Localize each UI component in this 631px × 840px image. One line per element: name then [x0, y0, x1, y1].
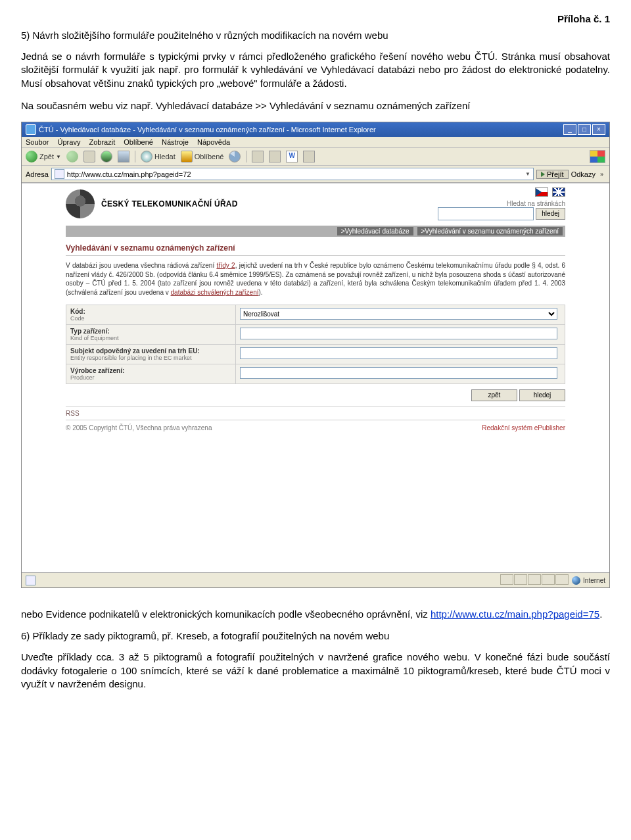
- paragraph-3: nebo Evidence podnikatelů v elektronický…: [21, 608, 610, 621]
- favorites-button[interactable]: Oblíbené: [181, 151, 224, 162]
- status-segments: [500, 574, 569, 586]
- menu-edit[interactable]: Úpravy: [58, 138, 81, 146]
- minimize-button[interactable]: _: [563, 124, 576, 135]
- menu-favorites[interactable]: Oblíbené: [124, 138, 153, 146]
- toolbar: Zpět ▼ Hledat Oblíbené W: [22, 148, 609, 166]
- status-bar: Internet: [22, 572, 609, 587]
- copyright: © 2005 Copyright ČTÚ, Všechna práva vyhr…: [66, 424, 212, 432]
- site-search-label: Hledat na stránkách: [438, 200, 565, 207]
- windows-flag-icon: [590, 150, 605, 163]
- edit-button[interactable]: W: [286, 151, 298, 162]
- page-heading: Vyhledávání v seznamu oznámených zařízen…: [66, 243, 565, 256]
- stop-button[interactable]: [83, 151, 95, 162]
- search-button[interactable]: Hledat: [141, 151, 175, 162]
- address-bar: Adresa http://www.ctu.cz/main.php?pageid…: [22, 166, 609, 183]
- link-class2[interactable]: třídy 2: [216, 262, 235, 269]
- star-icon: [181, 151, 193, 162]
- flag-cz-icon[interactable]: [535, 187, 548, 197]
- form-row-code: Kód:Code Nerozlišovat: [66, 305, 565, 325]
- url-field[interactable]: http://www.ctu.cz/main.php?pageid=72 ▼: [51, 168, 534, 180]
- menu-help[interactable]: Nápověda: [197, 138, 230, 146]
- label-producer: Výrobce zařízení:: [70, 367, 231, 374]
- home-button[interactable]: [118, 151, 129, 162]
- paragraph-1: Jedná se o návrh formuláře s typickými p…: [21, 50, 610, 90]
- go-button[interactable]: Přejít: [536, 170, 569, 179]
- intro-paragraph: V databázi jsou uvedena všechna rádiová …: [66, 261, 565, 297]
- mail-button[interactable]: [252, 151, 264, 162]
- breadcrumb-item[interactable]: >Vyhledávací databáze: [337, 227, 413, 235]
- flag-uk-icon[interactable]: [552, 187, 565, 197]
- back-arrow-icon: [26, 151, 37, 162]
- site-logo[interactable]: ČESKÝ TELEKOMUNIKAČNÍ ÚŘAD: [66, 189, 238, 218]
- input-producer[interactable]: [240, 367, 557, 379]
- org-name: ČESKÝ TELEKOMUNIKAČNÍ ÚŘAD: [101, 199, 238, 209]
- link-pageid75[interactable]: http://www.ctu.cz/main.php?pageid=75: [431, 608, 599, 620]
- menu-bar[interactable]: Soubor Úpravy Zobrazit Oblíbené Nástroje…: [22, 137, 609, 148]
- cms-credit[interactable]: Redakční systém ePublisher: [482, 424, 565, 432]
- section5-title: 5) Návrh složitějšího formuláře použitel…: [21, 30, 610, 41]
- window-titlebar: ČTÚ - Vyhledávací databáze - Vyhledávání…: [22, 122, 609, 137]
- internet-zone-icon: [572, 576, 580, 585]
- url-text: http://www.ctu.cz/main.php?pageid=72: [67, 170, 191, 178]
- paragraph-2: Na současném webu viz např. Vyhledávací …: [21, 99, 610, 112]
- go-arrow-icon: [541, 172, 545, 177]
- page-icon: [55, 169, 64, 179]
- address-label: Adresa: [26, 170, 49, 178]
- label-entity: Subjekt odpovědný za uvedení na trh EU:: [70, 347, 231, 355]
- search-form: Kód:Code Nerozlišovat Typ zařízení:Kind …: [66, 305, 565, 384]
- page-content: ČESKÝ TELEKOMUNIKAČNÍ ÚŘAD Hledat na str…: [22, 183, 609, 572]
- breadcrumb-item[interactable]: >Vyhledávání v seznamu oznámených zaříze…: [417, 227, 563, 235]
- refresh-button[interactable]: [101, 151, 112, 162]
- form-row-entity: Subjekt odpovědný za uvedení na trh EU:E…: [66, 345, 565, 364]
- form-row-producer: Výrobce zařízení:Producer: [66, 364, 565, 384]
- paragraph-4: Uveďte příklady cca. 3 až 5 piktogramů a…: [21, 651, 610, 691]
- history-button[interactable]: [229, 151, 241, 162]
- select-code[interactable]: Nerozlišovat: [240, 308, 557, 320]
- input-entity[interactable]: [240, 347, 557, 359]
- rss-link[interactable]: RSS: [66, 407, 565, 420]
- back-button[interactable]: Zpět ▼: [26, 151, 61, 162]
- search-icon: [141, 151, 152, 162]
- link-approved-db[interactable]: databázi schválených zařízení: [171, 289, 259, 296]
- label-type: Typ zařízení:: [70, 328, 231, 335]
- discuss-button[interactable]: [303, 151, 315, 162]
- status-page-icon: [26, 576, 35, 585]
- input-type[interactable]: [240, 328, 557, 339]
- form-row-type: Typ zařízení:Kind of Equipment: [66, 325, 565, 345]
- links-chevron-icon[interactable]: »: [598, 171, 605, 178]
- breadcrumb: >Vyhledávací databáze >Vyhledávání v sez…: [66, 226, 565, 237]
- browser-screenshot: ČTÚ - Vyhledávací databáze - Vyhledávání…: [21, 122, 610, 588]
- attachment-label: Příloha č. 1: [21, 13, 610, 24]
- maximize-button[interactable]: □: [578, 124, 591, 135]
- site-search-button[interactable]: hledej: [536, 208, 565, 220]
- menu-file[interactable]: Soubor: [26, 138, 49, 146]
- window-controls[interactable]: _ □ ×: [563, 124, 605, 135]
- window-title: ČTÚ - Vyhledávací databáze - Vyhledávání…: [39, 126, 376, 134]
- menu-view[interactable]: Zobrazit: [89, 138, 115, 146]
- section6-title: 6) Příklady ze sady piktogramů, př. Kres…: [21, 630, 610, 641]
- label-code: Kód:: [70, 308, 231, 315]
- form-search-button[interactable]: hledej: [519, 389, 565, 401]
- ie-icon: [26, 124, 36, 135]
- print-button[interactable]: [269, 151, 281, 162]
- logo-icon: [66, 189, 95, 218]
- form-back-button[interactable]: zpět: [471, 389, 517, 401]
- links-label[interactable]: Odkazy: [571, 170, 596, 178]
- forward-button[interactable]: [66, 151, 78, 162]
- status-zone: Internet: [583, 577, 605, 584]
- close-button[interactable]: ×: [592, 124, 605, 135]
- site-search-input[interactable]: [438, 207, 534, 220]
- menu-tools[interactable]: Nástroje: [162, 138, 189, 146]
